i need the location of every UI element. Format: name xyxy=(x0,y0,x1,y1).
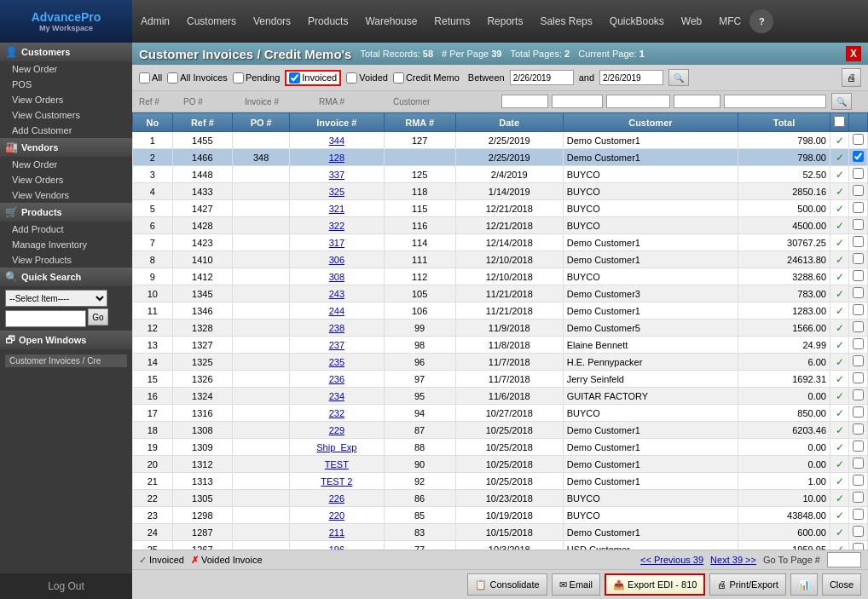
cell-invoice[interactable]: 211 xyxy=(290,524,384,541)
invoice-link[interactable]: TEST xyxy=(325,459,349,469)
filter-all-checkbox[interactable] xyxy=(139,72,150,84)
row-checkbox[interactable] xyxy=(853,151,864,162)
nav-mfc[interactable]: MFC xyxy=(710,0,749,43)
invoice-link[interactable]: 321 xyxy=(329,204,344,214)
nav-quickbooks[interactable]: QuickBooks xyxy=(601,0,673,43)
cell-invoice[interactable]: 234 xyxy=(290,388,384,405)
row-checkbox[interactable] xyxy=(853,389,864,400)
cell-invoice[interactable]: 317 xyxy=(290,234,384,251)
invoice-link[interactable]: 128 xyxy=(329,153,344,163)
open-window-item[interactable]: Customer Invoices / Cre xyxy=(5,354,127,367)
date-from-input[interactable] xyxy=(510,70,574,85)
sidebar-item-new-order-vendors[interactable]: New Order xyxy=(0,157,132,172)
filter-pending-checkbox[interactable] xyxy=(233,72,244,84)
cell-checkbox[interactable] xyxy=(849,268,868,285)
quick-search-input[interactable] xyxy=(5,310,86,327)
cell-invoice[interactable]: 232 xyxy=(290,405,384,422)
cell-checkbox[interactable] xyxy=(849,490,868,507)
invoice-link[interactable]: 306 xyxy=(329,255,344,265)
cell-checkbox[interactable] xyxy=(849,354,868,371)
cell-invoice[interactable]: 220 xyxy=(290,507,384,524)
row-checkbox[interactable] xyxy=(853,168,864,179)
filter-all-invoices-label[interactable]: All Invoices xyxy=(167,72,228,84)
close-header-button[interactable]: X xyxy=(846,46,861,61)
sidebar-item-view-customers[interactable]: View Customers xyxy=(0,107,132,123)
invoice-link[interactable]: 337 xyxy=(329,170,344,180)
print-button[interactable]: 🖨 xyxy=(842,68,861,87)
export-edi-button[interactable]: 📤 Export EDI - 810 xyxy=(605,573,705,596)
cell-invoice[interactable]: 344 xyxy=(290,132,384,149)
filter-all-label[interactable]: All xyxy=(139,72,162,84)
cell-invoice[interactable]: 244 xyxy=(290,302,384,320)
filter-voided-label[interactable]: Voided xyxy=(346,72,388,84)
cell-invoice[interactable]: 325 xyxy=(290,183,384,200)
logout-button[interactable]: Log Out xyxy=(0,573,132,599)
cell-invoice[interactable]: 226 xyxy=(290,490,384,507)
col-check-all[interactable] xyxy=(830,113,849,132)
cell-checkbox[interactable] xyxy=(849,285,868,302)
cell-invoice[interactable]: TEST 2 xyxy=(290,473,384,490)
prev-page-link[interactable]: << Previous 39 xyxy=(640,555,703,565)
cell-checkbox[interactable] xyxy=(849,234,868,251)
cell-invoice[interactable]: 237 xyxy=(290,337,384,354)
row-checkbox[interactable] xyxy=(853,304,864,315)
row-checkbox[interactable] xyxy=(853,372,864,383)
cell-checkbox[interactable] xyxy=(849,371,868,388)
cell-invoice[interactable]: 229 xyxy=(290,422,384,439)
invoice-link[interactable]: 244 xyxy=(329,306,344,316)
cell-invoice[interactable]: 308 xyxy=(290,268,384,285)
po-search-input[interactable] xyxy=(552,95,603,108)
sidebar-item-pos[interactable]: POS xyxy=(0,77,132,92)
email-button[interactable]: ✉ Email xyxy=(552,573,601,596)
invoice-link[interactable]: 232 xyxy=(329,408,344,418)
goto-page-input[interactable] xyxy=(827,552,861,567)
nav-customers[interactable]: Customers xyxy=(178,0,245,43)
nav-vendors[interactable]: Vendors xyxy=(245,0,299,43)
row-checkbox[interactable] xyxy=(853,321,864,332)
row-checkbox[interactable] xyxy=(853,492,864,503)
cell-checkbox[interactable] xyxy=(849,456,868,473)
invoice-link[interactable]: 237 xyxy=(329,340,344,350)
filter-invoiced-checkbox[interactable] xyxy=(289,72,300,84)
quick-search-select[interactable]: --Select Item---- xyxy=(5,290,107,307)
check-all-checkbox[interactable] xyxy=(834,116,845,127)
invoice-link[interactable]: 243 xyxy=(329,289,344,299)
invoice-link[interactable]: 235 xyxy=(329,357,344,367)
cell-invoice[interactable]: Ship_Exp xyxy=(290,439,384,456)
invoice-link[interactable]: 325 xyxy=(329,187,344,197)
cell-invoice[interactable]: 321 xyxy=(290,200,384,217)
cell-checkbox[interactable] xyxy=(849,217,868,234)
cell-checkbox[interactable] xyxy=(849,251,868,268)
cell-checkbox[interactable] xyxy=(849,320,868,337)
cell-checkbox[interactable] xyxy=(849,524,868,541)
date-search-button[interactable]: 🔍 xyxy=(668,69,689,86)
cell-checkbox[interactable] xyxy=(849,439,868,456)
filter-voided-checkbox[interactable] xyxy=(346,72,357,84)
row-checkbox[interactable] xyxy=(853,441,864,452)
invoice-link[interactable]: 344 xyxy=(329,135,344,146)
quick-search-go-button[interactable]: Go xyxy=(88,308,108,325)
row-checkbox[interactable] xyxy=(853,338,864,349)
close-button[interactable]: Close xyxy=(822,573,861,596)
cell-invoice[interactable]: 128 xyxy=(290,149,384,166)
sidebar-item-add-customer[interactable]: Add Customer xyxy=(0,123,132,138)
row-checkbox[interactable] xyxy=(853,287,864,298)
customer-search-input[interactable] xyxy=(724,95,826,108)
row-checkbox[interactable] xyxy=(853,236,864,247)
row-checkbox[interactable] xyxy=(853,270,864,281)
filter-all-invoices-checkbox[interactable] xyxy=(167,72,178,84)
sidebar-section-quick-search[interactable]: 🔍 Quick Search xyxy=(0,268,132,286)
consolidate-button[interactable]: 📋 Consolidate xyxy=(467,573,547,596)
sidebar-item-manage-inventory[interactable]: Manage Inventory xyxy=(0,237,132,252)
filter-credit-memo-checkbox[interactable] xyxy=(393,72,404,84)
cell-checkbox[interactable] xyxy=(849,337,868,354)
filter-invoiced-label[interactable]: Invoiced xyxy=(285,70,341,86)
row-checkbox[interactable] xyxy=(853,475,864,486)
cell-invoice[interactable]: 235 xyxy=(290,354,384,371)
cell-checkbox[interactable] xyxy=(849,183,868,200)
invoice-link[interactable]: 229 xyxy=(329,425,344,435)
invoice-link[interactable]: 211 xyxy=(329,527,344,538)
cell-invoice[interactable]: 243 xyxy=(290,285,384,302)
cell-checkbox[interactable] xyxy=(849,507,868,524)
sidebar-section-vendors[interactable]: 🏭 Vendors xyxy=(0,138,132,157)
